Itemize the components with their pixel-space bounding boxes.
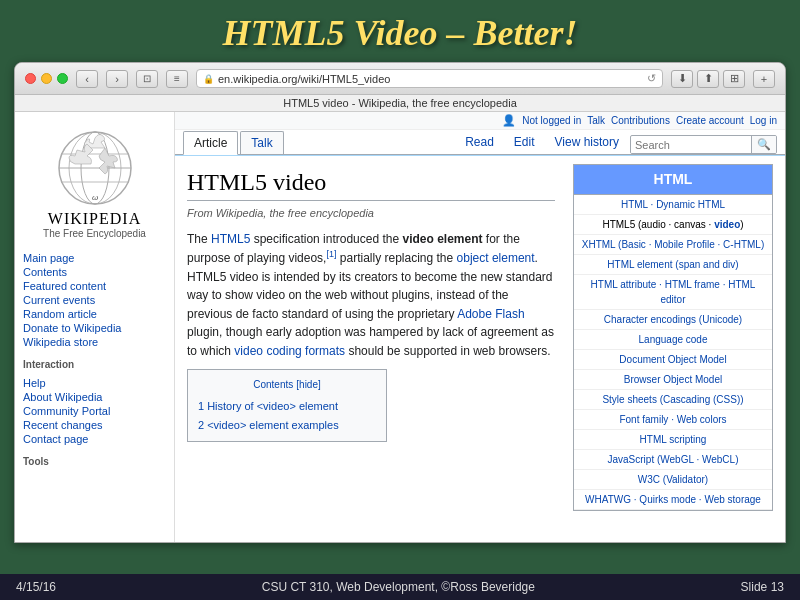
tab-view-history[interactable]: View history	[546, 130, 628, 154]
lock-icon: 🔒	[203, 74, 214, 84]
toc-item-1: 1 History of <video> element	[198, 397, 376, 416]
tab-read[interactable]: Read	[456, 130, 503, 154]
browser-toolbar-right: ⬇ ⬆ ⊞	[671, 70, 745, 88]
video-element-bold: video element	[402, 232, 482, 246]
user-icon: 👤	[502, 114, 516, 127]
infobox-row-12: HTML scripting	[574, 430, 772, 450]
sidebar-item-community-portal[interactable]: Community Portal	[23, 404, 166, 418]
wiki-search-button[interactable]: 🔍	[751, 136, 776, 153]
sidebar-item-contents[interactable]: Contents	[23, 265, 166, 279]
wiki-page: ω WIKIPEDIA The Free Encyclopedia Main p…	[15, 112, 785, 542]
infobox-header: HTML	[574, 165, 772, 195]
toc-item-2-link[interactable]: 2 <video> element examples	[198, 419, 339, 431]
sidebar-item-wikipedia-store[interactable]: Wikipedia store	[23, 335, 166, 349]
url-text: en.wikipedia.org/wiki/HTML5_video	[218, 73, 390, 85]
address-bar[interactable]: 🔒 en.wikipedia.org/wiki/HTML5_video ↺	[196, 69, 663, 88]
wiki-sidebar: ω WIKIPEDIA The Free Encyclopedia Main p…	[15, 112, 175, 542]
wiki-user-bar: 👤 Not logged in Talk Contributions Creat…	[175, 112, 785, 130]
sidebar-interaction-links: Help About Wikipedia Community Portal Re…	[15, 372, 174, 450]
new-window-button[interactable]: ⊞	[723, 70, 745, 88]
html-infobox: HTML HTML · Dynamic HTML HTML5 (audio · …	[573, 164, 773, 511]
forward-button[interactable]: ›	[106, 70, 128, 88]
article-from: From Wikipedia, the free encyclopedia	[187, 205, 555, 222]
footnote-1[interactable]: [1]	[326, 249, 336, 259]
sidebar-item-about[interactable]: About Wikipedia	[23, 390, 166, 404]
wiki-main: 👤 Not logged in Talk Contributions Creat…	[175, 112, 785, 542]
sidebar-item-donate[interactable]: Donate to Wikipedia	[23, 321, 166, 335]
infobox-row-10: Style sheets (Cascading (CSS))	[574, 390, 772, 410]
slide-footer: 4/15/16 CSU CT 310, Web Development, ©Ro…	[0, 574, 800, 600]
traffic-lights	[25, 73, 68, 84]
sidebar-navigation: Main page Contents Featured content Curr…	[15, 247, 174, 353]
close-button[interactable]	[25, 73, 36, 84]
toc-item-2: 2 <video> element examples	[198, 416, 376, 435]
sidebar-item-random-article[interactable]: Random article	[23, 307, 166, 321]
infobox-row-4: HTML element (span and div)	[574, 255, 772, 275]
sidebar-item-help[interactable]: Help	[23, 376, 166, 390]
log-in-link[interactable]: Log in	[750, 115, 777, 126]
infobox-row-13: JavaScript (WebGL · WebCL)	[574, 450, 772, 470]
wiki-content: HTML5 video From Wikipedia, the free enc…	[175, 156, 785, 542]
toc-title: Contents [hide]	[198, 376, 376, 393]
view-button[interactable]: ⊡	[136, 70, 158, 88]
download-button[interactable]: ⬇	[671, 70, 693, 88]
infobox-row-11: Font family · Web colors	[574, 410, 772, 430]
slide-title: HTML5 Video – Better!	[0, 0, 800, 62]
wiki-search-box[interactable]: 🔍	[630, 135, 777, 154]
tab-edit[interactable]: Edit	[505, 130, 544, 154]
browser-window: ‹ › ⊡ ≡ 🔒 en.wikipedia.org/wiki/HTML5_vi…	[14, 62, 786, 543]
infobox-row-7: Language code	[574, 330, 772, 350]
sidebar-interaction-heading: Interaction	[15, 353, 174, 372]
not-logged-in-text: Not logged in	[522, 115, 581, 126]
infobox-row-5: HTML attribute · HTML frame · HTML edito…	[574, 275, 772, 310]
infobox-row-6: Character encodings (Unicode)	[574, 310, 772, 330]
create-account-link[interactable]: Create account	[676, 115, 744, 126]
html5-link[interactable]: HTML5	[211, 232, 250, 246]
new-tab-button[interactable]: +	[753, 70, 775, 88]
infobox-row-8: Document Object Model	[574, 350, 772, 370]
wiki-search-input[interactable]	[631, 137, 751, 153]
infobox-row-9: Browser Object Model	[574, 370, 772, 390]
toc-item-1-link[interactable]: 1 History of <video> element	[198, 400, 338, 412]
wiki-tabs-header: Article Talk Read Edit View history 🔍	[175, 130, 785, 156]
refresh-icon[interactable]: ↺	[647, 72, 656, 85]
adobe-flash-link[interactable]: Adobe Flash	[457, 307, 524, 321]
back-button[interactable]: ‹	[76, 70, 98, 88]
video-coding-formats-link[interactable]: video coding formats	[234, 344, 345, 358]
infobox-row-2: HTML5 (audio · canvas · video)	[574, 215, 772, 235]
talk-link[interactable]: Talk	[587, 115, 605, 126]
table-of-contents: Contents [hide] 1 History of <video> ele…	[187, 369, 387, 442]
wikipedia-globe-icon: ω	[55, 128, 135, 208]
sidebar-item-current-events[interactable]: Current events	[23, 293, 166, 307]
sidebar-item-featured-content[interactable]: Featured content	[23, 279, 166, 293]
article-title: HTML5 video	[187, 164, 555, 201]
sidebar-item-recent-changes[interactable]: Recent changes	[23, 418, 166, 432]
object-element-link[interactable]: object element	[457, 251, 535, 265]
footer-date: 4/15/16	[16, 580, 56, 594]
list-button[interactable]: ≡	[166, 70, 188, 88]
wikipedia-name: WIKIPEDIA	[19, 210, 170, 228]
browser-titlebar: ‹ › ⊡ ≡ 🔒 en.wikipedia.org/wiki/HTML5_vi…	[15, 63, 785, 95]
infobox-row-15: WHATWG · Quirks mode · Web storage	[574, 490, 772, 510]
maximize-button[interactable]	[57, 73, 68, 84]
page-title-bar: HTML5 video - Wikipedia, the free encycl…	[15, 95, 785, 112]
wiki-logo-area: ω WIKIPEDIA The Free Encyclopedia	[15, 120, 174, 247]
toc-hide-button[interactable]: [hide]	[296, 379, 320, 390]
minimize-button[interactable]	[41, 73, 52, 84]
share-button[interactable]: ⬆	[697, 70, 719, 88]
article-body: The HTML5 specification introduced the v…	[187, 230, 555, 442]
wikipedia-tagline: The Free Encyclopedia	[19, 228, 170, 239]
sidebar-item-main-page[interactable]: Main page	[23, 251, 166, 265]
tab-article[interactable]: Article	[183, 131, 238, 155]
wiki-article: HTML5 video From Wikipedia, the free enc…	[187, 164, 555, 534]
footer-course: CSU CT 310, Web Development, ©Ross Bever…	[262, 580, 535, 594]
tab-talk[interactable]: Talk	[240, 131, 283, 154]
footer-slide-number: Slide 13	[741, 580, 784, 594]
svg-text:ω: ω	[91, 193, 97, 202]
sidebar-item-contact-page[interactable]: Contact page	[23, 432, 166, 446]
infobox-video-link[interactable]: video	[714, 219, 740, 230]
infobox-row-1: HTML · Dynamic HTML	[574, 195, 772, 215]
infobox-row-3: XHTML (Basic · Mobile Profile · C-HTML)	[574, 235, 772, 255]
contributions-link[interactable]: Contributions	[611, 115, 670, 126]
sidebar-tools-heading: Tools	[15, 450, 174, 469]
